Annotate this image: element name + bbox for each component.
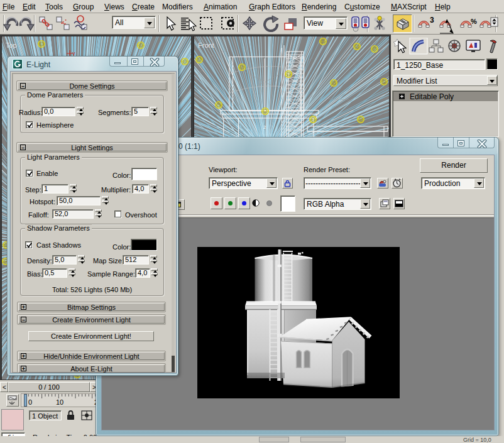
svg-text:2: 2 [263,125,266,129]
svg-text:3: 3 [430,16,434,25]
svg-text:%: % [471,18,477,25]
